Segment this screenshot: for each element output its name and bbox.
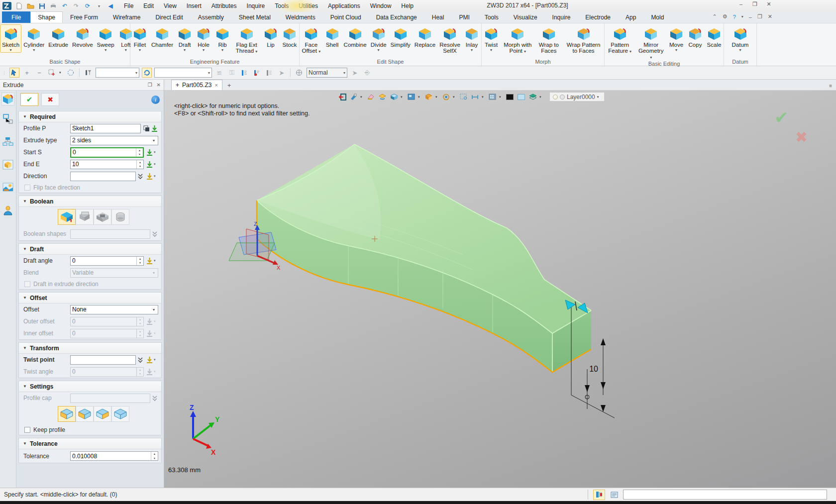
divide-button[interactable]: Divide▾	[369, 24, 389, 53]
datum-button[interactable]: Datum▾	[730, 24, 751, 53]
dropdown-caret-icon[interactable]: ▾	[524, 49, 526, 54]
start-insert-icon[interactable]	[146, 149, 153, 156]
direction-insert-icon[interactable]	[146, 173, 153, 180]
direction-input[interactable]	[71, 173, 135, 180]
boolean-base-icon[interactable]	[58, 209, 76, 225]
add-entity-icon[interactable]: +	[22, 68, 32, 78]
print-icon[interactable]	[49, 2, 57, 10]
save-icon[interactable]	[38, 2, 46, 10]
end-input[interactable]	[71, 161, 136, 168]
point-grid-dropdown-icon[interactable]: ▾	[59, 71, 63, 75]
dropdown-caret-icon[interactable]: ▾	[675, 48, 677, 52]
chamfer-button[interactable]: Chamfer	[149, 24, 175, 48]
ribbon-tab-direct-edit[interactable]: Direct Edit	[148, 11, 190, 23]
menu-utilities[interactable]: Utilities	[294, 1, 322, 11]
combine-button[interactable]: Combine	[342, 24, 369, 48]
copy-icon[interactable]	[143, 125, 150, 132]
draft-in-dir-checkbox[interactable]	[24, 281, 30, 287]
minimize-button[interactable]: –	[737, 1, 744, 7]
section-boolean-header[interactable]: ▼Boolean	[19, 196, 161, 207]
doc-restore-button[interactable]: ❐	[757, 13, 762, 20]
ribbon-tab-sheet-metal[interactable]: Sheet Metal	[231, 11, 278, 23]
menu-applications[interactable]: Applications	[323, 1, 365, 11]
dropdown-caret-icon[interactable]: ▾	[739, 48, 741, 52]
shade-sphere-icon[interactable]	[294, 68, 304, 78]
flip-face-checkbox[interactable]	[24, 185, 30, 191]
draft-options-icon[interactable]: ▾	[154, 259, 158, 263]
command-input[interactable]	[623, 490, 827, 500]
end-spinner[interactable]: ▲▼	[136, 160, 143, 169]
help-icon[interactable]: ?	[733, 14, 736, 20]
user-role-icon[interactable]	[1, 204, 14, 217]
boolean-shapes-input[interactable]	[71, 230, 150, 237]
boolean-intersect-icon[interactable]	[111, 209, 129, 225]
wrap-pattern-to-faces-button[interactable]: Wrap Pattern to Faces	[563, 24, 604, 54]
dropdown-caret-icon[interactable]: ▾	[318, 49, 320, 54]
insert-value-icon[interactable]	[151, 125, 158, 132]
history-manager-icon[interactable]	[1, 112, 14, 125]
wrap-to-faces-button[interactable]: Wrap to Faces	[535, 24, 563, 54]
dropdown-caret-icon[interactable]: ▾	[650, 55, 652, 60]
auto-regen-icon[interactable]	[142, 68, 152, 78]
shell-button[interactable]: Shell	[323, 24, 342, 48]
section-offset-header[interactable]: ▼Offset	[19, 293, 161, 303]
ribbon-tab-point-cloud[interactable]: Point Cloud	[323, 11, 369, 23]
twist-point-input[interactable]	[71, 356, 135, 363]
ribbon-tab-tools[interactable]: Tools	[477, 11, 506, 23]
pick-last-icon[interactable]: ➤	[277, 68, 287, 78]
ribbon-tab-pmi[interactable]: PMI	[451, 11, 477, 23]
menu-view[interactable]: View	[159, 1, 181, 11]
menu-insert[interactable]: Insert	[182, 1, 206, 11]
qat-dropdown-icon[interactable]: ▾	[95, 2, 103, 10]
dropdown-caret-icon[interactable]: ▾	[104, 48, 106, 52]
scale-button[interactable]: Scale	[705, 24, 724, 48]
draft-insert-icon[interactable]	[146, 257, 153, 265]
cap-expand-chevron-icon[interactable]	[151, 395, 158, 402]
visual-manager-icon[interactable]	[1, 158, 14, 171]
filter-list-icon[interactable]	[83, 68, 93, 78]
help-dropdown-icon[interactable]: ▾	[741, 14, 743, 19]
expand-chevron-icon[interactable]	[137, 173, 144, 180]
ribbon-tab-assembly[interactable]: Assembly	[191, 11, 231, 23]
face-offset-button[interactable]: Face Offset ▾	[300, 24, 323, 54]
cursor-a-icon[interactable]: ➤	[350, 68, 360, 78]
extrude-type-select[interactable]: ▾	[70, 136, 158, 145]
menu-attributes[interactable]: Attributes	[207, 1, 241, 11]
cylinder-button[interactable]: Cylinder▾	[21, 24, 46, 53]
ribbon-tab-wireframe[interactable]: Wireframe	[105, 11, 148, 23]
ribbon-tab-free-form[interactable]: Free Form	[63, 11, 105, 23]
ghost-ok-icon[interactable]: ✔	[774, 108, 789, 127]
draft-angle-input[interactable]	[71, 257, 136, 264]
toolbox-toggle-icon[interactable]	[593, 490, 605, 500]
ribbon-tab-file[interactable]: File	[2, 11, 30, 23]
restore-button[interactable]: ❐	[751, 1, 758, 7]
move-button[interactable]: Move▾	[667, 24, 686, 53]
replace-button[interactable]: Replace	[413, 24, 437, 48]
dropdown-caret-icon[interactable]: ▾	[221, 48, 223, 52]
resolve-selfx-button[interactable]: Resolve SelfX	[437, 24, 462, 54]
cap-none-icon[interactable]	[111, 406, 129, 422]
profile-input[interactable]	[71, 125, 140, 132]
ribbon-tab-mold[interactable]: Mold	[643, 11, 671, 23]
ribbon-tab-heal[interactable]: Heal	[424, 11, 452, 23]
list-red-icon[interactable]	[252, 68, 262, 78]
inlay-button[interactable]: Inlay▾	[462, 24, 481, 53]
dropdown-caret-icon[interactable]: ▾	[125, 48, 127, 52]
start-spinner[interactable]: ▲▼	[136, 148, 143, 157]
simplify-button[interactable]: Simplify	[389, 24, 413, 48]
collapse-left-icon[interactable]: ◀	[106, 2, 114, 10]
doc-minimize-button[interactable]: –	[749, 14, 752, 20]
render-mode-combobox[interactable]: Normal▾	[307, 68, 347, 78]
settings-gear-icon[interactable]: ⚙	[723, 13, 728, 20]
point-grid-icon[interactable]	[47, 68, 57, 78]
start-input[interactable]	[71, 149, 136, 156]
remove-entity-icon[interactable]: −	[34, 68, 44, 78]
ribbon-tab-inquire[interactable]: Inquire	[545, 11, 578, 23]
ribbon-tab-visualize[interactable]: Visualize	[506, 11, 545, 23]
panel-close-icon[interactable]: ✕	[157, 82, 161, 88]
close-button[interactable]: ✕	[765, 1, 772, 7]
sweep-button[interactable]: Sweep▾	[95, 24, 116, 53]
revolve-button[interactable]: Revolve	[70, 24, 95, 48]
entity-combobox[interactable]: ▾	[154, 68, 212, 78]
dropdown-caret-icon[interactable]: ▾	[255, 49, 257, 54]
